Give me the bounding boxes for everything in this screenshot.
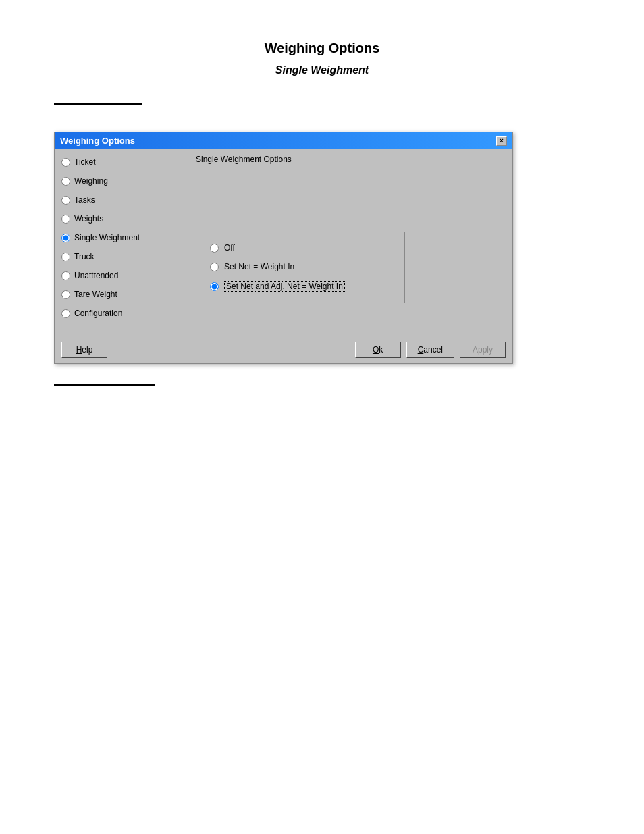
sidebar-item-unatttended[interactable]: Unatttended xyxy=(61,271,179,280)
radio-set-net[interactable] xyxy=(210,263,219,271)
sidebar-item-tasks[interactable]: Tasks xyxy=(61,195,179,205)
sidebar-label-single-weighment: Single Weighment xyxy=(74,233,140,242)
label-set-net-adj: Set Net and Adj. Net = Weight In xyxy=(224,281,345,292)
dialog-wrapper: Weighing Options × Ticket Weighing xyxy=(54,132,590,364)
page-subtitle: Single Weighment xyxy=(54,64,590,76)
sidebar-radio-ticket[interactable] xyxy=(61,158,70,167)
dialog-footer: Help Ok Cancel Apply xyxy=(55,336,512,363)
option-set-net-adj[interactable]: Set Net and Adj. Net = Weight In xyxy=(210,281,391,292)
sidebar-label-unatttended: Unatttended xyxy=(74,271,118,280)
divider-line-2 xyxy=(54,384,155,386)
sidebar-label-truck: Truck xyxy=(74,252,95,261)
sidebar-item-truck[interactable]: Truck xyxy=(61,252,179,261)
sidebar-item-ticket[interactable]: Ticket xyxy=(61,157,179,167)
footer-right: Ok Cancel Apply xyxy=(355,342,506,358)
dialog-title: Weighing Options xyxy=(60,136,135,146)
sidebar-label-tasks: Tasks xyxy=(74,195,95,205)
divider-line-1 xyxy=(54,103,142,105)
apply-button-label: Apply xyxy=(473,345,493,355)
option-set-net[interactable]: Set Net = Weight In xyxy=(210,262,391,271)
sidebar-radio-truck[interactable] xyxy=(61,253,70,261)
apply-button[interactable]: Apply xyxy=(460,342,506,358)
content-section-label: Single Weighment Options xyxy=(196,155,503,164)
sidebar-item-configuration[interactable]: Configuration xyxy=(61,309,179,318)
help-button[interactable]: Help xyxy=(61,342,107,358)
dialog-close-button[interactable]: × xyxy=(496,136,507,146)
ok-button-label: Ok xyxy=(373,345,383,355)
sidebar-label-ticket: Ticket xyxy=(74,157,96,167)
dialog-titlebar: Weighing Options × xyxy=(55,132,512,149)
sidebar-label-tare-weight: Tare Weight xyxy=(74,290,117,299)
label-off: Off xyxy=(224,243,235,253)
sidebar-label-weighing: Weighing xyxy=(74,176,108,186)
radio-set-net-adj[interactable] xyxy=(210,282,219,291)
sidebar-panel: Ticket Weighing Tasks Weights xyxy=(55,149,186,336)
sidebar-radio-tasks[interactable] xyxy=(61,196,70,205)
sidebar-item-tare-weight[interactable]: Tare Weight xyxy=(61,290,179,299)
option-off[interactable]: Off xyxy=(210,243,391,253)
sidebar-radio-weighing[interactable] xyxy=(61,177,70,186)
footer-left: Help xyxy=(61,342,107,358)
sidebar-radio-single-weighment[interactable] xyxy=(61,234,70,242)
sidebar-item-weighing[interactable]: Weighing xyxy=(61,176,179,186)
sidebar-radio-tare-weight[interactable] xyxy=(61,290,70,299)
sidebar-radio-unatttended[interactable] xyxy=(61,271,70,280)
weighing-options-dialog: Weighing Options × Ticket Weighing xyxy=(54,132,513,364)
sidebar-label-configuration: Configuration xyxy=(74,309,122,318)
content-panel: Single Weighment Options Off Set Net = W… xyxy=(186,149,512,336)
label-set-net: Set Net = Weight In xyxy=(224,262,294,271)
sidebar-item-single-weighment[interactable]: Single Weighment xyxy=(61,233,179,242)
dialog-main-area: Ticket Weighing Tasks Weights xyxy=(55,149,512,336)
sidebar-item-weights[interactable]: Weights xyxy=(61,214,179,224)
cancel-button-label: Cancel xyxy=(418,345,443,355)
radio-off[interactable] xyxy=(210,244,219,253)
page-title: Weighing Options xyxy=(54,41,590,56)
inner-options-box: Off Set Net = Weight In Set Net and Adj.… xyxy=(196,232,405,303)
sidebar-label-weights: Weights xyxy=(74,214,103,224)
sidebar-radio-weights[interactable] xyxy=(61,215,70,224)
cancel-button[interactable]: Cancel xyxy=(406,342,454,358)
help-button-label: Help xyxy=(76,345,93,355)
sidebar-radio-configuration[interactable] xyxy=(61,309,70,318)
ok-button[interactable]: Ok xyxy=(355,342,401,358)
